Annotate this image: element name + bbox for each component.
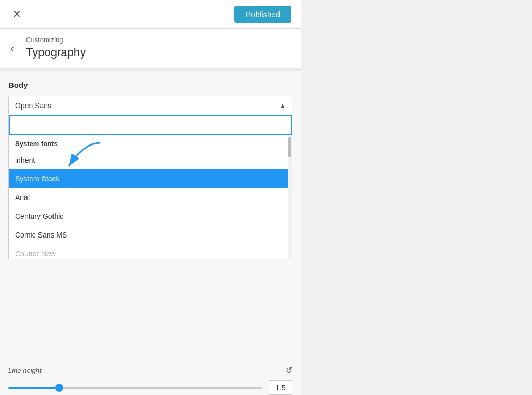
page-title: Typography: [26, 46, 291, 59]
published-button[interactable]: Published: [234, 6, 291, 23]
close-button[interactable]: ✕: [9, 7, 24, 21]
dropdown-arrow-up-icon: ▲: [280, 102, 286, 109]
scrollbar-track[interactable]: [288, 135, 292, 259]
slider-row: [8, 380, 292, 395]
content-area: Body Open Sans ▲ System fonts: [0, 71, 301, 358]
line-height-header: Line height ↺: [8, 365, 292, 375]
line-height-reset-button[interactable]: ↺: [286, 365, 292, 375]
font-search-input[interactable]: [9, 115, 292, 135]
sidebar: ✕ Published ‹ Customizing Typography Bod…: [0, 0, 301, 395]
font-list-wrapper: System fonts inherit: [9, 135, 292, 259]
main-content-area: [301, 0, 532, 395]
font-item-arial[interactable]: Arial: [9, 188, 288, 207]
line-height-section: Line height ↺: [0, 358, 301, 395]
font-item-courier-new[interactable]: Courier New: [9, 244, 288, 259]
body-field-label: Body: [8, 81, 292, 89]
font-item-century-gothic[interactable]: Century Gothic: [9, 207, 288, 226]
slider-track[interactable]: [8, 387, 262, 389]
section-header: ‹ Customizing Typography: [0, 29, 301, 68]
font-item-inherit[interactable]: inherit: [9, 151, 288, 169]
sub-label: Customizing: [26, 36, 291, 44]
top-bar: ✕ Published: [0, 0, 301, 29]
line-height-value-input[interactable]: [269, 380, 292, 395]
font-dropdown-trigger[interactable]: Open Sans ▲: [8, 96, 292, 115]
font-item-system-stack[interactable]: System Stack: [9, 169, 288, 188]
font-group-label-system: System fonts: [9, 135, 288, 151]
font-list: System fonts inherit: [9, 135, 288, 259]
slider-fill: [8, 387, 59, 389]
line-height-label: Line height: [8, 366, 42, 374]
scrollbar-thumb[interactable]: [288, 137, 291, 157]
selected-font-value: Open Sans: [15, 101, 51, 110]
back-button[interactable]: ‹: [7, 40, 17, 56]
dropdown-panel: System fonts inherit: [8, 115, 292, 259]
font-item-comic-sans[interactable]: Comic Sans MS: [9, 226, 288, 244]
slider-thumb[interactable]: [55, 384, 63, 392]
